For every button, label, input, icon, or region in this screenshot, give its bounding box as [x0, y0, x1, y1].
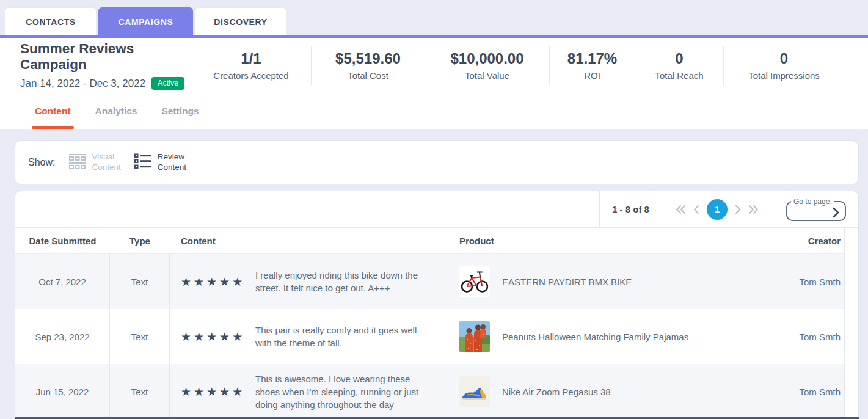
last-page-button[interactable]	[745, 202, 762, 217]
review-text: I really enjoyed riding this bike down t…	[255, 269, 434, 294]
content-filter-panel: Show: Visual Content	[15, 140, 859, 184]
campaign-header: Summer Reviews Campaign Jan 14, 2022 - D…	[0, 38, 868, 93]
table-row[interactable]: Oct 7, 2022 Text ★★★★★ I really enjoyed …	[15, 254, 844, 309]
campaign-date-range: Jan 14, 2022 - Dec 3, 2022	[20, 78, 145, 90]
product-name: EASTERN PAYDIRT BMX BIKE	[502, 277, 632, 287]
campaign-status-badge: Active	[151, 77, 184, 90]
next-page-button[interactable]	[731, 202, 745, 217]
product-name: Nike Air Zoom Pegasus 38	[502, 387, 611, 397]
cell-product: Nike Air Zoom Pegasus 38	[450, 376, 713, 407]
visual-content-toggle[interactable]: Visual Content	[68, 152, 120, 173]
tab-discovery[interactable]: DISCOVERY	[195, 7, 286, 35]
campaign-title: Summer Reviews Campaign	[20, 41, 191, 73]
cell-product: EASTERN PAYDIRT BMX BIKE	[450, 266, 713, 297]
go-to-page-label: Go to page:	[791, 198, 834, 205]
review-content-icon	[134, 153, 152, 172]
review-content-table-panel: 1 - 8 of 8 1 Go to page:	[15, 191, 859, 419]
cell-type: Text	[110, 254, 170, 309]
pagination-bar: 1 - 8 of 8 1 Go to page:	[15, 191, 858, 228]
product-name: Peanuts Halloween Matching Family Pajama…	[502, 332, 688, 342]
go-to-page-box: Go to page:	[786, 198, 846, 221]
stat-total-cost: $5,519.60 Total Cost	[311, 46, 425, 85]
cell-date: Oct 7, 2022	[15, 254, 110, 309]
cell-date: Jun 15, 2022	[15, 364, 110, 419]
column-header-content: Content	[170, 236, 450, 246]
cell-creator: Tom Smth	[713, 332, 844, 342]
tab-analytics[interactable]: Analytics	[95, 93, 137, 129]
horizontal-scrollbar[interactable]	[15, 417, 859, 419]
current-page-button[interactable]: 1	[707, 199, 728, 220]
campaign-info: Summer Reviews Campaign Jan 14, 2022 - D…	[0, 41, 191, 90]
table-row[interactable]: Jun 15, 2022 Text ★★★★★ This is awesome.…	[15, 364, 844, 419]
star-rating: ★★★★★	[181, 385, 249, 399]
go-to-page-submit-icon[interactable]	[833, 207, 839, 218]
pagination-range: 1 - 8 of 8	[599, 191, 662, 227]
cell-date: Sep 23, 2022	[15, 309, 110, 364]
bmx-bike-photo	[459, 266, 490, 297]
review-content-toggle[interactable]: Review Content	[134, 152, 186, 173]
first-page-button[interactable]	[672, 202, 690, 217]
tab-settings[interactable]: Settings	[161, 93, 199, 129]
tab-content[interactable]: Content	[35, 93, 71, 129]
table-header-row: Date Submitted Type Content Product Crea…	[15, 228, 844, 254]
cell-content: ★★★★★ This is awesome. I love wearing th…	[170, 373, 450, 411]
running-shoe-photo	[459, 376, 490, 407]
review-text: This pair is really comfy and it goes we…	[255, 324, 434, 349]
stat-roi: 81.17% ROI	[549, 46, 635, 85]
cell-content: ★★★★★ I really enjoyed riding this bike …	[170, 269, 450, 294]
cell-creator: Tom Smth	[713, 277, 844, 287]
top-nav: CONTACTS CAMPAIGNS DISCOVERY	[0, 0, 868, 35]
campaign-sub-tabs: Content Analytics Settings	[0, 93, 868, 129]
show-label: Show:	[28, 157, 55, 168]
stat-total-reach: 0 Total Reach	[635, 46, 723, 85]
column-header-product: Product	[450, 236, 713, 246]
star-rating: ★★★★★	[181, 330, 249, 344]
cell-content: ★★★★★ This pair is really comfy and it g…	[170, 324, 450, 349]
stat-total-value: $10,000.00 Total Value	[425, 46, 549, 85]
tab-contacts[interactable]: CONTACTS	[5, 7, 97, 35]
review-table: Date Submitted Type Content Product Crea…	[15, 228, 845, 419]
star-rating: ★★★★★	[181, 275, 249, 289]
stat-total-impressions: 0 Total Impressions	[723, 46, 844, 85]
column-header-creator: Creator	[713, 236, 844, 246]
campaign-stats: 1/1 Creators Accepted $5,519.60 Total Co…	[191, 46, 859, 85]
column-header-date-submitted: Date Submitted	[15, 236, 110, 246]
stat-creators-accepted: 1/1 Creators Accepted	[191, 46, 311, 85]
cell-creator: Tom Smth	[713, 387, 844, 397]
cell-product: Peanuts Halloween Matching Family Pajama…	[450, 321, 713, 352]
cell-type: Text	[110, 309, 170, 364]
tab-campaigns[interactable]: CAMPAIGNS	[98, 7, 193, 35]
review-text: This is awesome. I love wearing these sh…	[255, 373, 434, 411]
previous-page-button[interactable]	[690, 202, 703, 217]
visual-content-icon	[68, 153, 86, 172]
column-header-type: Type	[110, 236, 170, 246]
table-row[interactable]: Sep 23, 2022 Text ★★★★★ This pair is rea…	[15, 309, 844, 364]
go-to-page-input[interactable]	[791, 206, 824, 221]
family-pajamas-photo	[459, 321, 490, 352]
cell-type: Text	[110, 364, 170, 419]
